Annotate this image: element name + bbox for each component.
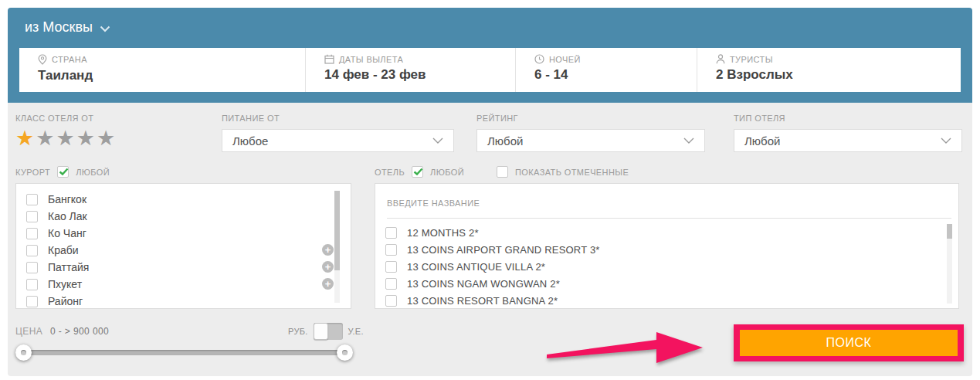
item-label: 13 COINS ANTIQUE VILLA 2* xyxy=(407,261,545,273)
tourists-label: ТУРИСТЫ xyxy=(730,55,773,64)
item-label: 13 COINS NGAM WONGWAN 2* xyxy=(407,278,560,290)
item-checkbox[interactable] xyxy=(26,228,38,239)
nights-field[interactable]: НОЧЕЙ 6 - 14 xyxy=(515,48,697,92)
currency-ue-label: У.Е. xyxy=(348,327,364,336)
resort-label: КУРОРТ xyxy=(15,168,50,177)
item-label: 12 MONTHS 2* xyxy=(407,227,479,239)
hotel-list-item[interactable]: 13 COINS AIRPORT GRAND RESORT 3* xyxy=(375,241,935,258)
star-icon[interactable]: ★ xyxy=(15,127,36,150)
item-checkbox[interactable] xyxy=(385,244,397,256)
chevron-down-icon xyxy=(100,25,110,32)
item-label: Ко Чанг xyxy=(48,227,86,239)
price-range-slider[interactable] xyxy=(23,350,345,355)
item-checkbox[interactable] xyxy=(26,296,38,307)
hotel-type-select-value: Любой xyxy=(744,134,780,148)
item-label: Пхукет xyxy=(48,278,82,290)
currency-toggle-knob[interactable] xyxy=(314,323,328,340)
hotel-class-stars: ★★★★★ xyxy=(15,128,117,149)
price-label: ЦЕНА xyxy=(15,326,42,337)
hotel-list-item[interactable]: 13 COINS NGAM WONGWAN 2* xyxy=(375,275,935,292)
search-summary-bar: СТРАНА Таиланд ДАТЫ ВЫЛЕТА 14 фев - 23 ф… xyxy=(19,48,961,92)
resort-any-checkbox[interactable] xyxy=(57,166,69,178)
meal-label: ПИТАНИЕ ОТ xyxy=(222,114,454,123)
chevron-down-icon xyxy=(432,137,443,144)
hotel-scrollbar-thumb[interactable] xyxy=(947,224,952,239)
add-plus-icon[interactable]: + xyxy=(322,261,334,273)
hotel-list-item[interactable]: 13 COINS ANTIQUE VILLA 2* xyxy=(375,258,935,275)
hotel-any-label: ЛЮБОЙ xyxy=(430,168,464,177)
item-checkbox[interactable] xyxy=(385,227,397,239)
resort-list-item[interactable]: Паттайя+ xyxy=(16,259,327,276)
check-icon xyxy=(59,168,69,176)
hotel-panel-header: ОТЕЛЬ ЛЮБОЙ ПОКАЗАТЬ ОТМЕЧЕННЫЕ xyxy=(375,166,629,178)
star-icon[interactable]: ★ xyxy=(97,127,117,150)
currency-toggle[interactable] xyxy=(314,323,343,340)
item-checkbox[interactable] xyxy=(385,295,397,307)
show-marked-checkbox[interactable] xyxy=(497,166,508,178)
hotel-name-input[interactable] xyxy=(387,192,935,215)
annotation-highlight: ПОИСК xyxy=(734,324,964,361)
resort-list-item[interactable]: Пхукет+ xyxy=(16,276,327,293)
hotel-type-select[interactable]: Любой xyxy=(734,129,962,152)
resort-list-item[interactable]: Ко Чанг xyxy=(16,225,327,242)
star-icon[interactable]: ★ xyxy=(76,127,97,150)
item-checkbox[interactable] xyxy=(385,261,397,273)
meal-select[interactable]: Любое xyxy=(222,129,454,152)
resort-list-item[interactable]: Бангкок xyxy=(16,191,327,208)
country-field[interactable]: СТРАНА Таиланд xyxy=(19,48,305,92)
resort-list-item[interactable]: Районг xyxy=(16,293,327,310)
nights-value: 6 - 14 xyxy=(534,67,697,83)
item-label: 13 COINS AIRPORT GRAND RESORT 3* xyxy=(407,244,600,256)
item-checkbox[interactable] xyxy=(26,262,38,273)
item-label: Краби xyxy=(48,244,79,256)
item-label: 13 COINS RESORT BANGNA 2* xyxy=(407,295,558,307)
check-icon xyxy=(413,168,423,176)
search-button[interactable]: ПОИСК xyxy=(740,330,958,356)
country-label: СТРАНА xyxy=(52,55,87,64)
resort-scrollbar-thumb[interactable] xyxy=(334,191,340,270)
price-slider-handle-max[interactable] xyxy=(337,344,353,361)
resort-list: БангкокКао ЛакКо ЧангКраби+Паттайя+Пхуке… xyxy=(16,191,327,310)
tourists-value: 2 Взрослых xyxy=(716,67,961,83)
tourists-field[interactable]: ТУРИСТЫ 2 Взрослых xyxy=(697,48,961,92)
chevron-down-icon xyxy=(683,137,694,144)
hotel-list-item[interactable]: 12 MONTHS 2* xyxy=(375,224,935,241)
add-plus-icon[interactable]: + xyxy=(322,278,334,290)
resort-any-label: ЛЮБОЙ xyxy=(76,168,110,177)
hotel-scrollbar[interactable] xyxy=(947,224,952,304)
hotel-class-filter: КЛАСС ОТЕЛЯ ОТ ★★★★★ xyxy=(15,114,117,149)
rating-select[interactable]: Любой xyxy=(476,129,705,152)
item-checkbox[interactable] xyxy=(26,245,38,256)
resort-scrollbar[interactable] xyxy=(334,191,340,303)
dates-label: ДАТЫ ВЫЛЕТА xyxy=(339,55,403,64)
tourist-icon xyxy=(716,54,725,64)
star-icon[interactable]: ★ xyxy=(36,127,56,150)
dates-field[interactable]: ДАТЫ ВЫЛЕТА 14 фев - 23 фев xyxy=(305,48,515,92)
item-label: Бангкок xyxy=(48,193,86,205)
resort-listbox: БангкокКао ЛакКо ЧангКраби+Паттайя+Пхуке… xyxy=(15,183,351,309)
hotel-listbox: 12 MONTHS 2*13 COINS AIRPORT GRAND RESOR… xyxy=(375,183,959,309)
hotel-class-label: КЛАСС ОТЕЛЯ ОТ xyxy=(15,114,117,123)
location-pin-icon xyxy=(38,54,47,65)
nights-label: НОЧЕЙ xyxy=(549,55,581,64)
price-filter-label: ЦЕНА 0 - > 900 000 xyxy=(15,326,109,337)
departure-city-dropdown[interactable]: из Москвы xyxy=(25,19,110,36)
country-value: Таиланд xyxy=(38,68,305,83)
item-label: Районг xyxy=(48,295,83,307)
add-plus-icon[interactable]: + xyxy=(322,244,334,256)
hotel-list-item[interactable]: 13 COINS RESORT BANGNA 2* xyxy=(375,292,935,309)
item-checkbox[interactable] xyxy=(26,194,38,205)
resort-list-item[interactable]: Краби+ xyxy=(16,242,327,259)
item-checkbox[interactable] xyxy=(385,278,397,290)
departure-city-label: из Москвы xyxy=(25,19,93,36)
star-icon[interactable]: ★ xyxy=(56,127,76,150)
hotel-any-checkbox[interactable] xyxy=(412,166,423,178)
chevron-down-icon xyxy=(941,137,951,144)
resort-list-item[interactable]: Као Лак xyxy=(16,208,327,225)
price-slider-handle-min[interactable] xyxy=(15,344,32,361)
item-label: Паттайя xyxy=(48,261,89,273)
item-checkbox[interactable] xyxy=(26,279,38,290)
price-range-value: 0 - > 900 000 xyxy=(50,326,109,337)
filters-panel: КЛАСС ОТЕЛЯ ОТ ★★★★★ ПИТАНИЕ ОТ Любое РЕ… xyxy=(8,103,972,376)
item-checkbox[interactable] xyxy=(26,211,38,222)
